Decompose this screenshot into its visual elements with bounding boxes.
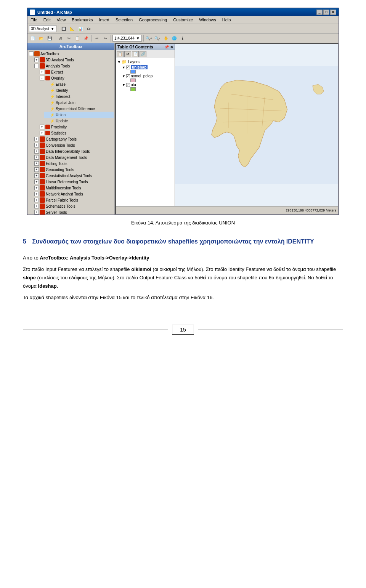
- expand-schematics[interactable]: +: [34, 204, 39, 208]
- tree-intersect[interactable]: ⚡ Intersect: [44, 93, 114, 99]
- map-canvas[interactable]: [175, 44, 338, 206]
- tree-identity[interactable]: ⚡ Identity: [44, 87, 114, 93]
- tree-conversion[interactable]: + Conversion Tools: [34, 142, 114, 148]
- multidim-label: Multidimension Tools: [46, 186, 81, 190]
- toc-layers-root[interactable]: ▼ 📁 Layers: [117, 59, 174, 65]
- expand-analysis[interactable]: -: [34, 64, 39, 68]
- new-btn[interactable]: 📄: [29, 34, 37, 42]
- paragraph-2: Στο πεδίο Input Features να επιλεγεί το …: [23, 265, 343, 290]
- expand-server[interactable]: +: [34, 210, 39, 215]
- tree-data-interop[interactable]: + Data Interoperability Tools: [34, 148, 114, 154]
- tree-geostat[interactable]: + Geostatistical Analyst Tools: [34, 173, 114, 179]
- tree-erase[interactable]: ⚡ Erase: [44, 81, 114, 87]
- expand-network[interactable]: +: [34, 192, 39, 196]
- expand-arctoolbox[interactable]: -: [29, 51, 34, 56]
- pan-btn[interactable]: ✋: [162, 34, 170, 42]
- toc-btn-2[interactable]: 🗂: [124, 51, 131, 57]
- redo-btn[interactable]: ↪: [101, 34, 109, 42]
- tree-geocoding[interactable]: + Geocoding Tools: [34, 167, 114, 173]
- menu-view[interactable]: View: [55, 17, 67, 23]
- tree-data-mgmt[interactable]: + Data Management Tools: [34, 154, 114, 160]
- undo-btn[interactable]: ↩: [93, 34, 101, 42]
- toc-btn-1[interactable]: 📋: [117, 51, 124, 57]
- unishap-checkbox[interactable]: ✓: [126, 66, 130, 69]
- toc-layer-unishap[interactable]: ▼ ✓ unishap: [121, 65, 174, 70]
- close-button[interactable]: ✕: [330, 10, 336, 15]
- map-area[interactable]: Table Of Contents 📌 ✕ 📋 🗂 📄 🔗 ▼ 📁: [115, 43, 339, 215]
- tree-update[interactable]: ⚡ Update: [44, 118, 114, 124]
- expand-datainterop[interactable]: +: [34, 149, 39, 154]
- menu-selection[interactable]: Selection: [114, 17, 134, 23]
- toc-btn-4[interactable]: 🔗: [140, 51, 146, 57]
- toc-toolbar: 📋 🗂 📄 🔗: [116, 50, 175, 58]
- zoom-in-btn[interactable]: 🔍+: [145, 34, 153, 42]
- expand-datamgmt[interactable]: +: [34, 155, 39, 160]
- menu-file[interactable]: File: [29, 17, 39, 23]
- toolbox-tree[interactable]: - ArcToolbox + 3D Analyst Tools -: [27, 50, 114, 215]
- nomoi-checkbox[interactable]: ✓: [126, 74, 130, 78]
- open-btn[interactable]: 📂: [37, 34, 45, 42]
- expand-linearref[interactable]: +: [34, 179, 39, 184]
- tree-linear-ref[interactable]: + Linear Referencing Tools: [34, 179, 114, 185]
- expand-multidim[interactable]: +: [34, 186, 39, 190]
- save-btn[interactable]: 💾: [46, 34, 53, 42]
- menu-customize[interactable]: Customize: [172, 17, 194, 23]
- tree-extract[interactable]: + Extract: [39, 69, 114, 75]
- toolbar-btn-4[interactable]: 🗂: [85, 25, 93, 32]
- full-extent-btn[interactable]: 🌐: [170, 34, 178, 42]
- menu-bookmarks[interactable]: Bookmarks: [70, 17, 94, 23]
- paste-btn[interactable]: 📌: [82, 34, 90, 42]
- expand-geocoding[interactable]: +: [34, 167, 39, 172]
- analyst-dropdown[interactable]: 3D Analyst ▼: [29, 25, 56, 32]
- tree-proximity[interactable]: + Proximity: [39, 124, 114, 130]
- expand-extract[interactable]: +: [40, 70, 44, 74]
- expand-statistics[interactable]: +: [40, 131, 44, 135]
- toolbar-btn-2[interactable]: 📐: [68, 25, 76, 32]
- minimize-button[interactable]: _: [316, 10, 323, 15]
- expand-parcel[interactable]: +: [34, 198, 39, 202]
- menu-insert[interactable]: Insert: [97, 17, 111, 23]
- tree-3d-analyst[interactable]: + 3D Analyst Tools: [34, 57, 114, 63]
- print-btn[interactable]: 🖨: [57, 34, 64, 42]
- expand-3d[interactable]: +: [34, 58, 39, 62]
- copy-btn[interactable]: 📋: [74, 34, 81, 42]
- cut-btn[interactable]: ✂: [65, 34, 73, 42]
- identify-btn[interactable]: ℹ: [179, 34, 186, 42]
- expand-overlay[interactable]: -: [40, 76, 44, 80]
- tree-overlay[interactable]: - Overlay: [39, 75, 114, 81]
- menu-geoprocessing[interactable]: Geoprocessing: [137, 17, 169, 23]
- tree-analysis[interactable]: - Analysis Tools: [34, 63, 114, 69]
- expand-conversion[interactable]: +: [34, 143, 39, 147]
- tree-multidim[interactable]: + Multidimension Tools: [34, 185, 114, 191]
- ota-checkbox[interactable]: ✓: [126, 83, 130, 87]
- tree-statistics[interactable]: + Statistics: [39, 130, 114, 136]
- tree-editing[interactable]: + Editing Tools: [34, 160, 114, 167]
- zoom-out-btn[interactable]: 🔍-: [154, 34, 161, 42]
- toc-btn-3[interactable]: 📄: [132, 51, 139, 57]
- menu-help[interactable]: Help: [221, 17, 233, 23]
- tree-arctoolbox[interactable]: - ArcToolbox: [28, 51, 114, 57]
- menu-windows[interactable]: Windows: [197, 17, 218, 23]
- toc-layer-nomoi[interactable]: ▼ ✓ nomoi_pelop: [121, 74, 174, 79]
- expand-editing[interactable]: +: [34, 161, 39, 166]
- toolbox-header: ArcToolbox: [27, 43, 114, 50]
- expand-cartography[interactable]: +: [34, 137, 39, 141]
- tree-network[interactable]: + Network Analyst Tools: [34, 191, 114, 197]
- expand-proximity[interactable]: +: [40, 125, 44, 129]
- expand-geostat[interactable]: +: [34, 173, 39, 178]
- tree-cartography[interactable]: + Cartography Tools: [34, 136, 114, 142]
- tree-server[interactable]: + Server Tools: [34, 209, 114, 215]
- menu-bar: File Edit View Bookmarks Insert Selectio…: [27, 16, 339, 24]
- tree-sym-diff[interactable]: ⚡ Symmetrical Difference: [44, 106, 114, 112]
- toc-layer-ota[interactable]: ▼ ✓ ota: [121, 82, 174, 87]
- tree-schematics[interactable]: + Schematics Tools: [34, 203, 114, 209]
- toc-pin-icon[interactable]: 📌 ✕: [164, 45, 173, 49]
- restore-button[interactable]: □: [323, 10, 329, 15]
- scale-dropdown[interactable]: 1:4.231.844 ▼: [112, 35, 142, 42]
- toolbar-btn-1[interactable]: 🔲: [60, 25, 67, 32]
- tree-union[interactable]: ⚡ Union: [44, 112, 114, 118]
- menu-edit[interactable]: Edit: [42, 17, 52, 23]
- tree-spatial-join[interactable]: ⚡ Spatial Join: [44, 99, 114, 106]
- toolbar-btn-3[interactable]: 📊: [77, 25, 84, 32]
- tree-parcel[interactable]: + Parcel Fabric Tools: [34, 197, 114, 203]
